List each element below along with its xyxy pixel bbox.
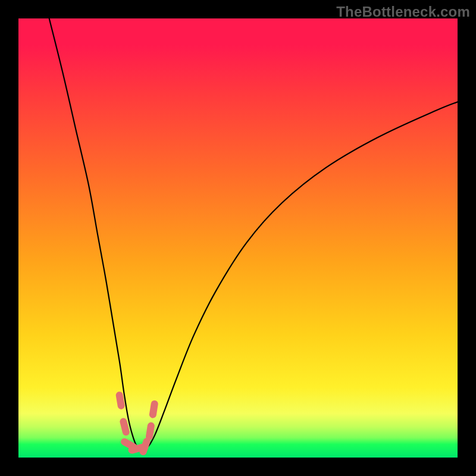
- curve-marker: [153, 404, 155, 415]
- plot-area: [18, 18, 458, 458]
- curve-marker: [120, 395, 121, 406]
- chart-frame: TheBottleneck.com: [0, 0, 476, 476]
- curve-layer: [18, 18, 458, 458]
- curve-marker: [123, 422, 126, 433]
- bottleneck-curve: [49, 18, 458, 449]
- marker-group: [120, 395, 155, 452]
- curve-marker: [143, 441, 147, 452]
- curve-marker: [149, 426, 151, 437]
- watermark-text: TheBottleneck.com: [336, 4, 470, 20]
- curve-marker: [124, 442, 134, 447]
